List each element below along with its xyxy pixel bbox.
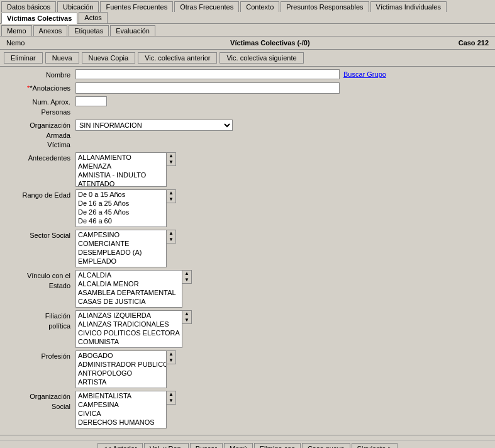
org-social-row: Organización Social AMBIENTALISTA CAMPES… (6, 391, 489, 428)
scroll-down-icon[interactable]: ▼ (169, 398, 174, 403)
scroll-down-icon[interactable]: ▼ (169, 160, 174, 165)
rango-edad-row: Rango de Edad De 0 a 15 Años De 16 a 25 … (6, 189, 489, 227)
scroll-up-icon[interactable]: ▲ (169, 392, 174, 397)
list-item[interactable]: CAMPESINO (76, 230, 166, 239)
list-item[interactable]: DESEMPLEADO (A) (76, 248, 166, 257)
filiacion-scrollbar[interactable]: ▲ ▼ (182, 310, 192, 324)
list-item[interactable]: De 16 a 25 Años (76, 199, 166, 208)
nav-evaluacion[interactable]: Evaluación (110, 25, 155, 36)
nav-etiquetas[interactable]: Etiquetas (69, 25, 109, 36)
list-item[interactable]: De 61 en Adelante (76, 225, 166, 227)
nav-ubicacion[interactable]: Ubicación (57, 1, 99, 12)
scroll-down-icon[interactable]: ▼ (169, 197, 174, 202)
profesion-label: Profesión (6, 350, 75, 361)
caso-nuevo-button[interactable]: Caso nuevo (302, 443, 350, 448)
list-item[interactable]: CIVICO POLITICOS ELECTORA (76, 328, 182, 337)
scroll-up-icon[interactable]: ▲ (184, 271, 189, 276)
rango-edad-scrollbar[interactable]: ▲ ▼ (166, 189, 176, 203)
list-item[interactable]: ABOGADO (76, 351, 166, 360)
nombre-input[interactable] (75, 69, 340, 79)
menu-button[interactable]: Menú (224, 443, 253, 448)
list-item[interactable]: ALIANZAS IZQUIERDA (76, 311, 182, 320)
list-item[interactable]: ASAMBLEA DEPARTAMENTAL (76, 288, 182, 297)
nav-datos-basicos[interactable]: Datos básicos (1, 1, 56, 12)
anterior-button[interactable]: << Anterior (97, 443, 143, 448)
list-item[interactable]: ALIANZAS TRADICIONALES (76, 320, 182, 328)
buscar-grupo-link[interactable]: Buscar Grupo (343, 70, 386, 78)
status-bar (0, 435, 495, 440)
num-aprox-input[interactable] (75, 96, 107, 106)
scroll-up-icon[interactable]: ▲ (169, 231, 174, 236)
org-social-scrollbar[interactable]: ▲ ▼ (166, 391, 176, 405)
scroll-down-icon[interactable]: ▼ (184, 277, 189, 283)
nueva-button[interactable]: Nueva (45, 52, 79, 64)
vic-siguiente-button[interactable]: Vic. colectiva siguiente (220, 52, 303, 64)
scroll-up-icon[interactable]: ▲ (184, 311, 189, 316)
list-item[interactable]: CONCEJO MUNICIPAL (76, 306, 182, 308)
antecedentes-listbox[interactable]: ALLANAMIENTO AMENAZA AMNISTIA - INDULTO … (75, 152, 167, 187)
list-item[interactable]: ATENTADO (76, 179, 166, 187)
scroll-up-icon[interactable]: ▲ (169, 352, 174, 357)
profesion-listbox-container: ABOGADO ADMINISTRADOR PUBLICO ANTROPOLOG… (75, 350, 176, 388)
list-item[interactable]: De 26 a 45 Años (76, 208, 166, 216)
nav-victimas-colectivas[interactable]: Víctimas Colectivas (1, 13, 77, 24)
filiacion-listbox[interactable]: ALIANZAS IZQUIERDA ALIANZAS TRADICIONALE… (75, 310, 182, 348)
nav-memo[interactable]: Memo (1, 25, 32, 36)
eliminar-button[interactable]: Eliminar (4, 52, 43, 64)
nav-fuentes-frecuentes[interactable]: Fuentes Frecuentes (100, 1, 173, 12)
list-item[interactable]: COMERCIANTE (76, 239, 166, 248)
anotaciones-input[interactable] (75, 82, 340, 94)
antecedentes-scrollbar[interactable]: ▲ ▼ (166, 152, 176, 166)
nav-otras-frecuentes[interactable]: Otras Frecuentes (174, 1, 239, 12)
list-item[interactable]: ESTUDIANTIL (76, 427, 166, 428)
list-item[interactable]: ALCALDIA (76, 271, 182, 279)
list-item[interactable]: COMUNISTA (76, 337, 182, 346)
profesion-row: Profesión ABOGADO ADMINISTRADOR PUBLICO … (6, 350, 489, 388)
list-item[interactable]: CAMPESINA (76, 400, 166, 409)
list-item[interactable]: CASAS DE JUSTICIA (76, 297, 182, 306)
vinculo-estado-listbox[interactable]: ALCALDIA ALCALDIA MENOR ASAMBLEA DEPARTA… (75, 270, 182, 308)
list-item[interactable]: De 46 a 60 (76, 216, 166, 225)
nav-presuntos-responsables[interactable]: Presuntos Responsables (281, 1, 369, 12)
nav-contexto[interactable]: Contexto (240, 1, 279, 12)
scroll-down-icon[interactable]: ▼ (169, 237, 174, 242)
val-rep-button[interactable]: Val. y Rep. (144, 443, 189, 448)
list-item[interactable]: CIVICA (76, 409, 166, 418)
list-item[interactable]: ALCALDIA MENOR (76, 279, 182, 288)
list-item[interactable]: CONSERVADOR (76, 346, 182, 348)
scroll-down-icon[interactable]: ▼ (184, 318, 189, 323)
antecedentes-row: Antecedentes ALLANAMIENTO AMENAZA AMNIST… (6, 152, 489, 187)
org-armada-select[interactable]: SIN INFORMACION (75, 120, 233, 131)
buscar-button[interactable]: Buscar (190, 443, 223, 448)
vinculo-estado-scrollbar[interactable]: ▲ ▼ (182, 270, 192, 284)
nav-anexos[interactable]: Anexos (33, 25, 68, 36)
nueva-copia-button[interactable]: Nueva Copia (82, 52, 136, 64)
vic-anterior-button[interactable]: Vic. colectiva anterior (138, 52, 217, 64)
siguiente-button[interactable]: Siguiente > (352, 443, 398, 448)
list-item[interactable]: EMPLEADO (76, 257, 166, 266)
sector-social-listbox[interactable]: CAMPESINO COMERCIANTE DESEMPLEADO (A) EM… (75, 230, 167, 267)
org-social-listbox[interactable]: AMBIENTALISTA CAMPESINA CIVICA DERECHOS … (75, 391, 167, 428)
nav-actos[interactable]: Actos (79, 12, 108, 23)
scroll-up-icon[interactable]: ▲ (169, 154, 174, 159)
scroll-down-icon[interactable]: ▼ (169, 358, 174, 363)
list-item[interactable]: ADMINISTRADOR PUBLICO (76, 360, 166, 369)
list-item[interactable]: CONTADOR PUBLICO (76, 386, 166, 388)
list-item[interactable]: DERECHOS HUMANOS (76, 418, 166, 427)
list-item[interactable]: AMBIENTALISTA (76, 391, 166, 400)
profesion-listbox[interactable]: ABOGADO ADMINISTRADOR PUBLICO ANTROPOLOG… (75, 350, 167, 388)
list-item[interactable]: ALLANAMIENTO (76, 153, 166, 162)
nav-victimas-individuales[interactable]: Víctimas Individuales (370, 1, 447, 12)
list-item[interactable]: ANTROPOLOGO (76, 369, 166, 378)
list-item[interactable]: De 0 a 15 Años (76, 190, 166, 199)
profesion-scrollbar[interactable]: ▲ ▼ (166, 350, 176, 364)
filiacion-control: ALIANZAS IZQUIERDA ALIANZAS TRADICIONALE… (75, 310, 489, 348)
list-item[interactable]: EMPRESARIO (76, 266, 166, 267)
scroll-up-icon[interactable]: ▲ (169, 191, 174, 196)
list-item[interactable]: ARTISTA (76, 378, 166, 386)
elimina-cas-button[interactable]: Elimina cas (254, 443, 301, 448)
sector-social-scrollbar[interactable]: ▲ ▼ (166, 230, 176, 244)
list-item[interactable]: AMNISTIA - INDULTO (76, 171, 166, 179)
list-item[interactable]: AMENAZA (76, 162, 166, 171)
rango-edad-listbox[interactable]: De 0 a 15 Años De 16 a 25 Años De 26 a 4… (75, 189, 167, 227)
